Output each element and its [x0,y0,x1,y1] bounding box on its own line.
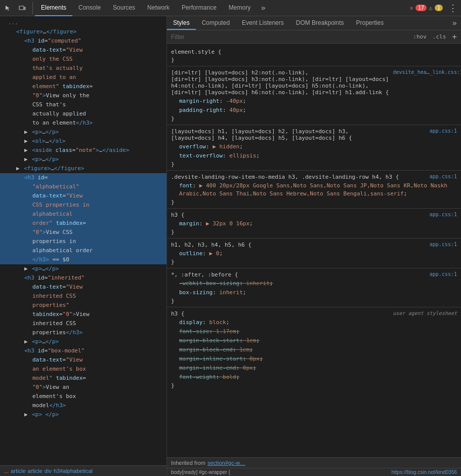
style-source[interactable]: devsite_hea…_link.css:1 [393,69,461,75]
dom-tree-line[interactable]: model" tabindex= [0,374,166,383]
dom-tree-line[interactable]: properties in [0,237,166,246]
style-block-close: } [167,56,461,64]
cls-button[interactable]: .cls [431,32,448,41]
dom-tree-line[interactable]: data-text="View [0,355,166,365]
dom-tree-line[interactable]: <h3 id="box-model" [0,346,166,355]
dom-tree-line[interactable]: only the CSS [0,55,166,64]
dom-tree-line[interactable]: ▶ <figure>…</figure> [0,164,166,173]
dom-tree-line[interactable]: to an element</h3> [0,118,166,128]
dom-tree-line[interactable]: CSS properties in [0,201,166,210]
style-rule[interactable]: margin-right: -40px; [167,97,461,106]
dom-tree-line[interactable]: <h3 id="computed" [0,36,166,46]
style-rule[interactable]: box-sizing: inherit; [167,288,461,297]
tab-styles[interactable]: Styles [167,16,196,30]
toolbar-menu-button[interactable]: ⋮ [447,2,459,14]
dom-tree-line[interactable]: tabindex="0">View [0,310,166,319]
style-block: element.style {} [167,46,461,66]
style-rule[interactable]: display: block; [167,318,461,327]
dom-tree-line[interactable]: actually applied [0,109,166,118]
dom-tree-line[interactable]: <h3 id= [0,173,166,182]
style-rule[interactable]: font-weight: bold; [167,373,461,382]
dom-tree-line[interactable]: "0">View an [0,383,166,392]
style-rule[interactable]: font: ▶ 400 20px/28px Google Sans,Noto S… [167,181,461,199]
tab-computed[interactable]: Computed [196,16,236,30]
dom-tree-line[interactable]: element" tabindex= [0,82,166,91]
dom-tree-scroll[interactable]: ... <figure>…</figure><h3 id="computed"d… [0,16,166,465]
dom-tree-line[interactable]: data-text="View [0,191,166,201]
style-rule[interactable]: text-overflow: ellipsis; [167,151,461,161]
tab-console[interactable]: Console [72,0,107,16]
dom-tree-line[interactable]: applied to an [0,73,166,82]
more-tabs-icon[interactable]: » [257,0,270,16]
dom-tree-line[interactable]: an element's box [0,365,166,374]
tab-memory[interactable]: Memory [223,0,257,16]
tab-event-listeners[interactable]: Event Listeners [236,16,290,30]
dom-tree-line[interactable]: element's box [0,392,166,401]
dom-tree-line[interactable]: ▶ <p>…</p> [0,155,166,164]
dom-tree-line[interactable]: data-text="View [0,283,166,292]
style-rule[interactable]: font-size: 1.17em; [167,327,461,336]
style-rule[interactable]: -webkit-box-sizing: inherit; [167,279,461,288]
style-source[interactable]: app.css:1 [430,271,457,277]
style-selector-area: [layout=docs] h1, [layout=docs] h2, [lay… [167,127,461,142]
style-selector: h1, h2, h3, h4, h5, h6 { [171,242,426,248]
tab-network[interactable]: Network [141,0,176,16]
dom-tree-line[interactable]: that's actually [0,64,166,73]
hov-button[interactable]: :hov [411,32,429,41]
style-source[interactable]: app.css:1 [430,242,457,247]
add-style-button[interactable]: + [452,33,457,41]
tab-elements[interactable]: Elements [35,0,72,16]
dom-tree-line[interactable]: ▶ <p> </p> [0,410,166,419]
style-rule[interactable]: margin: ▶ 32px 0 16px; [167,219,461,228]
dom-tree-line[interactable]: <h3 id="inherited" [0,273,166,283]
dom-tree-line[interactable]: "0">View CSS [0,228,166,237]
dom-tree: ... <figure>…</figure><h3 id="computed"d… [0,16,166,421]
dom-tree-line[interactable]: ▶ <ol>…</ol> [0,137,166,146]
style-source[interactable]: app.css:1 [430,128,457,134]
tab-properties[interactable]: Properties [350,16,390,30]
style-rule[interactable]: padding-right: 40px; [167,106,461,115]
dom-tree-line[interactable]: ▶ <p>…</p> [0,128,166,137]
dom-tree-line[interactable]: inherited CSS [0,319,166,328]
style-source[interactable]: app.css:1 [430,174,457,179]
style-rule[interactable]: margin-block-end: 1em; [167,345,461,354]
url-hint[interactable]: https://blog.csin.not/kind0356 [391,469,457,475]
style-rule[interactable]: overflow: ▶ hidden; [167,142,461,151]
sub-tab-more-icon[interactable]: » [448,16,461,30]
tab-dom-breakpoints[interactable]: DOM Breakpoints [290,16,350,30]
dom-tree-line[interactable]: ▶ <aside class="note">…</aside> [0,146,166,155]
tab-performance[interactable]: Performance [176,0,223,16]
style-rule[interactable]: margin-block-start: 1em; [167,336,461,345]
style-selector: .devsite-landing-row-item-no-media h3, .… [171,174,426,180]
dom-tree-line[interactable]: inherited CSS [0,292,166,301]
dom-tree-line[interactable]: "alphabetical" [0,182,166,191]
device-icon[interactable] [16,2,28,14]
breadcrumb-article1[interactable]: article [11,468,25,474]
cursor-icon[interactable] [2,2,14,14]
breadcrumb-article2[interactable]: article [28,468,43,474]
dom-tree-line[interactable]: data-text="View [0,46,166,55]
breadcrumb-div[interactable]: div [45,468,52,474]
dom-tree-line[interactable]: properties" [0,301,166,310]
dom-tree-line[interactable]: CSS that's [0,100,166,109]
dom-tree-line[interactable]: <figure>…</figure> [0,27,166,36]
dom-tree-line[interactable]: alphabetical order [0,246,166,255]
filter-input[interactable] [171,33,407,41]
dom-tree-line[interactable]: ▶ <p>…</p> [0,264,166,273]
style-selector-area: [dir=ltr] [layout=docs] h2:not(.no-link)… [167,68,461,97]
style-rule[interactable]: margin-inline-end: 0px; [167,364,461,373]
dom-tree-line[interactable]: "0">View only the [0,91,166,100]
dom-tree-line[interactable]: ▶ <p>…</p> [0,337,166,346]
style-rule[interactable]: margin-inline-start: 0px; [167,354,461,364]
styles-content[interactable]: element.style {}[dir=ltr] [layout=docs] … [167,44,461,457]
style-rule[interactable]: outline: ▶ 0; [167,249,461,258]
dom-tree-line[interactable]: alphabetical [0,210,166,219]
dom-tree-line[interactable]: model</h3> [0,401,166,410]
breadcrumb-h3[interactable]: h3#alphabetical [54,468,93,474]
tab-sources[interactable]: Sources [107,0,141,16]
dom-tree-line[interactable]: properties</h3> [0,328,166,337]
dom-tree-line[interactable]: </h3> == $0 [0,255,166,264]
inherited-selector[interactable]: section#gc-w… [207,460,245,466]
dom-tree-line[interactable]: order" tabindex= [0,219,166,228]
style-source[interactable]: app.css:1 [430,212,457,217]
